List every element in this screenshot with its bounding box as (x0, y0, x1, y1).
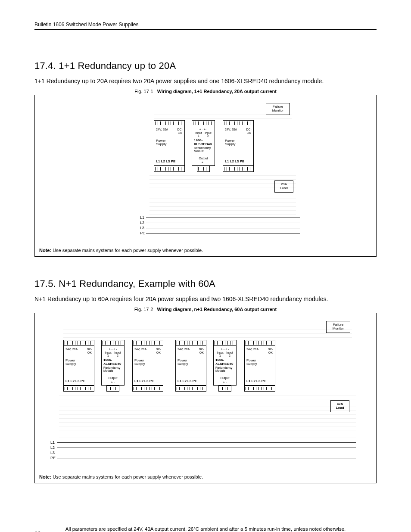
ps1-box: 24V, 20A DC- OK Power Supply L1 L2 L3 PE (63, 346, 94, 386)
rail-l2: L2 (140, 221, 144, 225)
ps1-label: Power Supply (156, 139, 183, 147)
red-input1: Input 1 (194, 131, 203, 138)
rail-l1: L1 (140, 216, 144, 220)
fig-17-2-box: Failure Monitor 24V, 20A DC- OK Power Su… (34, 313, 377, 483)
ps4-bottom-terminals (244, 386, 275, 392)
red1-output-terminals (106, 386, 119, 392)
running-header: Bulletin 1606 Switched Mode Power Suppli… (34, 22, 377, 30)
ps1-bottom-terminals (63, 386, 94, 392)
ps2-bottom-terminals (223, 166, 254, 172)
fig-17-2-note: Note: Use separate mains systems for eac… (39, 474, 372, 479)
fig-title: Wiring diagram, n+1 Redundancy, 60A outp… (157, 307, 277, 312)
ps3-top-terminals (175, 340, 206, 346)
ps3-box: 24V, 20A DC- OK Power Supply L1 L2 L3 PE (175, 346, 206, 386)
ps4-top-terminals (244, 340, 275, 346)
ps2-top-terminals (132, 340, 163, 346)
ps2-box: 24V, 20A DC- OK Power Supply L1 L2 L3 PE (223, 126, 254, 166)
red1-top-terminals (101, 340, 125, 346)
red-desc: Redundancy Module (194, 146, 213, 153)
fig-title: Wiring diagram, 1+1 Redundancy, 20A outp… (157, 89, 277, 94)
rail-l1: L1 (50, 441, 55, 445)
ps2-rating: 24V, 20A (225, 128, 237, 131)
rail-pe: PE (140, 231, 145, 236)
red-output-label: Output (192, 157, 215, 160)
schematic-20a: Failure Monitor + + - - ⤻ 24V, 20A DC- O… (93, 103, 318, 241)
rail-l3: L3 (50, 451, 55, 455)
section-17-5-body: N+1 Redundancy up to 60A requires four 2… (34, 296, 377, 302)
note-text: Use separate mains systems for each powe… (53, 248, 203, 253)
section-17-5-title: 17.5. N+1 Redundancy, Example with 60A (34, 278, 377, 289)
page-number: 16 (34, 530, 40, 532)
ps3-bottom-terminals (175, 386, 206, 392)
ps2-top-terminals (223, 120, 254, 126)
fig-17-1-caption: Fig. 17-1 Wiring diagram, 1+1 Redundancy… (34, 89, 377, 94)
red2-output-terminals (218, 386, 231, 392)
red-output-polarity: + - (192, 161, 215, 165)
red2-top-terminals (213, 340, 237, 346)
ps1-top-terminals (63, 340, 94, 346)
ps2-label: Power Supply (225, 139, 252, 147)
ps1-bottom-terminals (154, 166, 185, 172)
section-17-4-title: 17.4. 1+1 Redundancy up to 20A (34, 60, 377, 72)
ps2-box: 24V, 20A DC- OK Power Supply L1 L2 L3 PE (132, 346, 163, 386)
ps1-top-terminals (154, 120, 185, 126)
fig-label: Fig. 17-2 (134, 307, 153, 312)
note-label: Note: (39, 474, 51, 479)
ps2-bottom-labels: L1 L2 L3 PE (225, 160, 244, 164)
red-output-terminals (197, 166, 210, 172)
fig-17-2-caption: Fig. 17-2 Wiring diagram, n+1 Redundancy… (34, 307, 377, 312)
red2-box: + - + - Input 1Input 2 1606- XLSRED40 Re… (213, 346, 237, 386)
fig-label: Fig. 17-1 (134, 89, 153, 94)
ps2-dcok: DC- OK (246, 128, 252, 134)
fig-17-1-note: Note: Use separate mains systems for eac… (39, 248, 372, 253)
section-17-4-body: 1+1 Redundancy up to 20A requires two 20… (34, 78, 377, 84)
rail-l2: L2 (50, 446, 55, 450)
page-footer: 16 All parameters are specified at 24V, … (34, 526, 377, 532)
red-model: 1606- XLSRED40 (194, 139, 213, 146)
rail-pe: PE (50, 456, 56, 460)
ps1-dcok: DC- OK (177, 128, 183, 134)
note-text: Use separate mains systems for each powe… (53, 474, 203, 479)
schematic-60a: Failure Monitor 24V, 20A DC- OK Power Su… (50, 321, 361, 467)
red1-box: + - + - Input 1Input 2 1606- XLSRED40 Re… (101, 346, 125, 386)
ps2-bottom-terminals (132, 386, 163, 392)
note-label: Note: (39, 248, 51, 253)
rail-l3: L3 (140, 226, 144, 230)
ps1-box: 24V, 20A DC- OK Power Supply L1 L2 L3 PE (154, 126, 185, 166)
red-top-terminals (192, 120, 215, 126)
ps4-box: 24V, 20A DC- OK Power Supply L1 L2 L3 PE (244, 346, 275, 386)
red-input-polarity: + - + - (194, 128, 213, 131)
red-input2: Input 2 (203, 131, 213, 138)
redundancy-box: + - + - Input 1 Input 2 1606- XLSRED40 R… (192, 126, 215, 166)
ps1-bottom-labels: L1 L2 L3 PE (156, 160, 175, 164)
fig-17-1-box: Failure Monitor + + - - ⤻ 24V, 20A DC- O… (34, 95, 377, 257)
footer-spec-note: All parameters are specified at 24V, 40A… (34, 526, 377, 532)
ps1-rating: 24V, 20A (156, 128, 168, 131)
